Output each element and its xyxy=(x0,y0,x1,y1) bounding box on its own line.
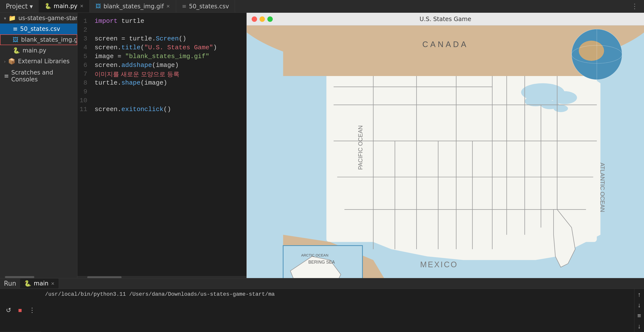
us-map-svg: CANADA PACIFIC OCEAN ATLANTIC OCEAN MEXI… xyxy=(247,26,644,278)
code-line-4: 4 screen.title("U.S. States Game") xyxy=(78,43,246,52)
sidebar-scrollbar[interactable] xyxy=(0,276,77,278)
py-file-icon: 🐍 xyxy=(13,47,20,54)
csv-file-icon: ≡ xyxy=(13,26,18,32)
tab-50-csv-label: 50_states.csv xyxy=(189,3,229,10)
run-tab-close[interactable]: ✕ xyxy=(51,281,55,286)
line-num-5: 5 xyxy=(78,52,92,61)
code-editor[interactable]: 1 import turtle 2 3 screen = turtle.Scre… xyxy=(78,13,246,276)
tab-blank-gif-close[interactable]: ✕ xyxy=(166,4,170,9)
svg-text:ATLANTIC  OCEAN: ATLANTIC OCEAN xyxy=(599,163,606,212)
svg-text:BERING SEA: BERING SEA xyxy=(308,260,335,264)
sidebar-item-main-py[interactable]: 🐍 main.py xyxy=(0,45,77,56)
sidebar-external-libraries-label: External Libraries xyxy=(18,58,70,65)
project-label: Project xyxy=(6,3,28,10)
run-toolbar: ↺ ■ ⋮ xyxy=(0,289,41,332)
code-line-3: 3 screen = turtle.Screen() xyxy=(78,34,246,43)
more-menu-button[interactable]: ⋮ xyxy=(631,2,644,10)
sidebar-blank-gif-label: blank_states_img.gif xyxy=(21,36,78,43)
run-tab-bar: Run 🐍 main ✕ xyxy=(0,278,644,289)
traffic-lights xyxy=(252,17,273,22)
sidebar-item-50-csv[interactable]: ≡ 50_states.csv xyxy=(0,24,77,34)
sidebar: ▾ 📁 us-states-game-start ~/Downloac ≡ 50… xyxy=(0,13,78,278)
turtle-window: U.S. States Game xyxy=(246,13,644,278)
chevron-down-icon: ▾ xyxy=(4,16,6,21)
turtle-window-title: U.S. States Game xyxy=(420,16,471,23)
line-code-3: screen = turtle.Screen() xyxy=(92,34,186,43)
run-output-row: ↺ ■ ⋮ /usr/local/bin/python3.11 /Users/d… xyxy=(0,289,644,332)
code-line-11: 11 screen.exitonclick() xyxy=(78,105,246,114)
more-options-button[interactable]: ⋮ xyxy=(27,305,37,315)
code-line-7: 7 이미지를 새로운 모양으로 등록 xyxy=(78,70,246,79)
line-code-6: screen.addshape(image) xyxy=(92,61,179,70)
gif-file-icon: 🖼 xyxy=(13,36,18,43)
line-num-11: 11 xyxy=(78,105,92,114)
sidebar-main-py-label: main.py xyxy=(22,47,46,54)
tab-main-py[interactable]: 🐍 main.py ✕ xyxy=(39,0,90,13)
run-label: Run xyxy=(4,280,16,287)
scroll-up-button[interactable]: ↑ xyxy=(636,290,643,299)
project-root-label: us-states-game-start xyxy=(18,15,78,22)
line-code-5: image = "blank_states_img.gif" xyxy=(92,52,209,61)
main-area: ▾ 📁 us-states-game-start ~/Downloac ≡ 50… xyxy=(0,13,644,278)
run-panel: Run 🐍 main ✕ ↺ ■ ⋮ /usr/local/bin/python… xyxy=(0,278,644,332)
sidebar-item-external-libraries[interactable]: › 📦 External Libraries xyxy=(0,56,77,67)
tab-main-py-label: main.py xyxy=(54,3,78,10)
py-icon: 🐍 xyxy=(44,3,51,9)
run-tab-main-label: main xyxy=(34,280,48,287)
svg-text:MEXICO: MEXICO xyxy=(420,260,458,269)
run-output: /usr/local/bin/python3.11 /Users/dana/Do… xyxy=(41,289,634,332)
editor-scrollbar-thumb[interactable] xyxy=(87,276,122,278)
line-num-1: 1 xyxy=(78,17,92,26)
top-bar: Project ▾ 🐍 main.py ✕ 🖼 blank_states_img… xyxy=(0,0,644,13)
line-code-1: import turtle xyxy=(92,17,144,26)
line-num-4: 4 xyxy=(78,43,92,52)
scratches-icon: ≡ xyxy=(4,73,9,80)
run-output-text: /usr/local/bin/python3.11 /Users/dana/Do… xyxy=(45,291,275,297)
sidebar-project-root[interactable]: ▾ 📁 us-states-game-start ~/Downloac xyxy=(0,13,77,24)
sidebar-scratches-label: Scratches and Consoles xyxy=(11,69,73,83)
tab-bar: 🐍 main.py ✕ 🖼 blank_states_img.gif ✕ ≡ 5… xyxy=(39,0,631,13)
svg-point-10 xyxy=(554,105,568,112)
code-line-5: 5 image = "blank_states_img.gif" xyxy=(78,52,246,61)
stop-button[interactable]: ■ xyxy=(16,305,24,315)
scroll-down-button[interactable]: ↓ xyxy=(636,300,643,310)
external-libraries-icon: 📦 xyxy=(8,58,16,65)
close-button[interactable] xyxy=(252,17,257,22)
line-code-8: turtle.shape(image) xyxy=(92,79,167,87)
tab-main-py-close[interactable]: ✕ xyxy=(80,4,84,9)
turtle-titlebar: U.S. States Game xyxy=(247,13,644,26)
turtle-map[interactable]: CANADA PACIFIC OCEAN ATLANTIC OCEAN MEXI… xyxy=(247,26,644,278)
line-num-8: 8 xyxy=(78,79,92,87)
sidebar-50-csv-label: 50_states.csv xyxy=(20,26,60,32)
code-line-1: 1 import turtle xyxy=(78,17,246,26)
tab-blank-gif[interactable]: 🖼 blank_states_img.gif ✕ xyxy=(90,0,176,13)
chevron-right-icon: › xyxy=(4,59,6,64)
minimize-button[interactable] xyxy=(260,17,265,22)
project-chevron: ▾ xyxy=(30,3,33,10)
code-line-6: 6 screen.addshape(image) xyxy=(78,61,246,70)
line-num-7: 7 xyxy=(78,70,92,79)
rerun-button[interactable]: ↺ xyxy=(4,305,13,315)
svg-point-33 xyxy=(579,41,604,61)
svg-text:PACIFIC  OCEAN: PACIFIC OCEAN xyxy=(357,125,364,170)
line-num-6: 6 xyxy=(78,61,92,70)
line-num-3: 3 xyxy=(78,34,92,43)
editor-area: 1 import turtle 2 3 screen = turtle.Scre… xyxy=(78,13,246,278)
wrap-button[interactable]: ≡ xyxy=(636,311,643,320)
sidebar-scrollbar-thumb[interactable] xyxy=(5,276,34,278)
code-line-8: 8 turtle.shape(image) xyxy=(78,79,246,87)
run-scroll-buttons: ↑ ↓ ≡ ↓ xyxy=(634,289,644,332)
maximize-button[interactable] xyxy=(267,17,273,22)
svg-text:CANADA: CANADA xyxy=(422,40,468,49)
tab-50-csv[interactable]: ≡ 50_states.csv xyxy=(176,0,235,13)
editor-scrollbar[interactable] xyxy=(78,276,246,278)
svg-rect-3 xyxy=(283,26,608,76)
sidebar-item-blank-gif[interactable]: 🖼 blank_states_img.gif xyxy=(0,34,77,45)
svg-text:ARCTIC OCEAN: ARCTIC OCEAN xyxy=(301,253,328,257)
sidebar-item-scratches[interactable]: ≡ Scratches and Consoles xyxy=(0,67,77,85)
line-code-4: screen.title("U.S. States Game") xyxy=(92,43,217,52)
pin-button[interactable]: ↓ xyxy=(636,321,643,331)
project-menu[interactable]: Project ▾ xyxy=(0,3,39,10)
run-tab-main[interactable]: 🐍 main ✕ xyxy=(20,278,58,288)
tab-blank-gif-label: blank_states_img.gif xyxy=(104,3,164,10)
